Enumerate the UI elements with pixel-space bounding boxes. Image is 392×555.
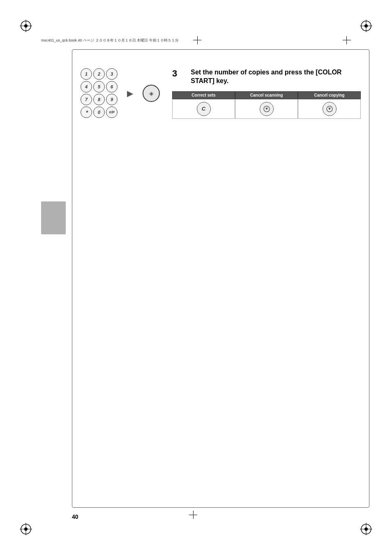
key-5[interactable]: 5 bbox=[93, 81, 105, 92]
key-8[interactable]: 8 bbox=[93, 94, 105, 105]
function-buttons-row: C bbox=[172, 99, 361, 119]
function-labels-row: Correct sets Cancel scanning Cancel copy… bbox=[172, 91, 361, 99]
cancel-scanning-button[interactable] bbox=[260, 102, 274, 116]
correct-sets-button[interactable]: C bbox=[197, 102, 211, 116]
reg-mark-tr bbox=[360, 20, 372, 32]
correct-sets-cell: C bbox=[172, 99, 235, 119]
key-2[interactable]: 2 bbox=[93, 68, 105, 80]
key-6[interactable]: 6 bbox=[106, 81, 118, 92]
cancel-copying-label: Cancel copying bbox=[298, 91, 361, 99]
key-9[interactable]: 9 bbox=[106, 94, 118, 105]
key-0[interactable]: 0 bbox=[93, 106, 105, 118]
cancel-copying-cell bbox=[298, 99, 361, 119]
step-header: 3 Set the number of copies and press the… bbox=[172, 68, 361, 86]
instruction-area: 3 Set the number of copies and press the… bbox=[172, 68, 361, 119]
key-hashp[interactable]: #/P bbox=[106, 106, 118, 118]
arrow-right-icon: ▶ bbox=[127, 88, 133, 98]
color-start-button[interactable]: ◈ bbox=[143, 85, 160, 102]
crosshair-bottom-v bbox=[193, 511, 194, 519]
header-text: mxc401_us_qck.book 40 ページ ２００８年１０月１６日 木曜… bbox=[41, 38, 179, 43]
reg-mark-tl bbox=[20, 20, 32, 32]
key-3[interactable]: 3 bbox=[106, 68, 118, 80]
svg-marker-17 bbox=[265, 108, 268, 110]
main-content-box: 1 2 3 4 5 6 7 8 9 ＊ 0 #/P ▶ ◈ bbox=[72, 49, 369, 508]
side-block bbox=[41, 201, 66, 234]
step-number: 3 bbox=[172, 68, 177, 79]
keypad-grid: 1 2 3 4 5 6 7 8 9 ＊ 0 #/P bbox=[81, 68, 118, 118]
cancel-copying-button[interactable] bbox=[323, 102, 337, 116]
correct-sets-label: Correct sets bbox=[172, 91, 235, 99]
cancel-scanning-cell bbox=[235, 99, 298, 119]
reg-mark-bl bbox=[20, 523, 32, 535]
content-area: 1 2 3 4 5 6 7 8 9 ＊ 0 #/P ▶ ◈ bbox=[81, 62, 361, 119]
step-section: 1 2 3 4 5 6 7 8 9 ＊ 0 #/P ▶ ◈ bbox=[81, 68, 361, 119]
page-number: 40 bbox=[72, 513, 78, 520]
cancel-scanning-label: Cancel scanning bbox=[235, 91, 298, 99]
header-bar: mxc401_us_qck.book 40 ページ ２００８年１０月１６日 木曜… bbox=[41, 36, 351, 44]
step-title: Set the number of copies and press the [… bbox=[191, 68, 361, 86]
keypad-area: 1 2 3 4 5 6 7 8 9 ＊ 0 #/P ▶ ◈ bbox=[81, 68, 160, 118]
svg-marker-19 bbox=[328, 108, 331, 110]
key-1[interactable]: 1 bbox=[81, 68, 92, 80]
start-button-icon: ◈ bbox=[149, 90, 154, 97]
key-star[interactable]: ＊ bbox=[81, 106, 92, 118]
reg-mark-br bbox=[360, 523, 372, 535]
key-4[interactable]: 4 bbox=[81, 81, 92, 92]
key-7[interactable]: 7 bbox=[81, 94, 92, 105]
function-buttons-table: Correct sets Cancel scanning Cancel copy… bbox=[172, 91, 361, 119]
